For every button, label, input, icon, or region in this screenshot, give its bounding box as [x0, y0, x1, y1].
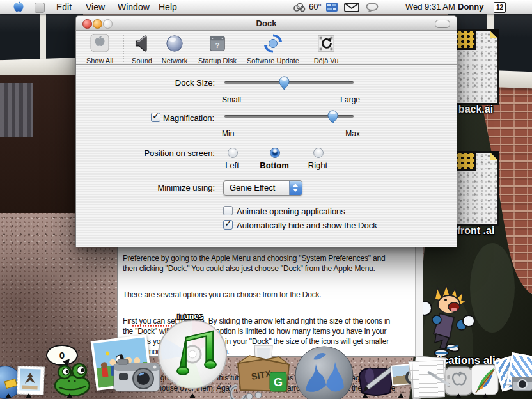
doc-paragraph: Preference by going to the Apple Menu an… [123, 253, 411, 274]
shutter-left [0, 83, 33, 137]
toolbar-item-software-update[interactable]: Software Update [246, 34, 301, 65]
apple-icon [89, 34, 111, 53]
active-app-icon[interactable] [35, 3, 45, 13]
itunes-cd-icon [157, 318, 228, 390]
menu-view[interactable]: View [86, 2, 105, 12]
toolbar-toggle-button[interactable] [435, 20, 450, 28]
eagle-icon [19, 368, 40, 391]
running-indicator [482, 393, 489, 398]
position-label: Position on screen: [82, 148, 215, 158]
toolbar-item-startup-disk[interactable]: ? Startup Disk [195, 34, 240, 65]
toolbar-item-show-all[interactable]: Show All [77, 34, 122, 65]
window-pane-left [0, 14, 83, 60]
dock-size-large-label: Large [332, 95, 360, 104]
svg-text:G: G [274, 376, 283, 389]
slider-thumb[interactable] [327, 110, 338, 127]
slider-tick-min [231, 124, 231, 128]
dock-item-mail-stamp[interactable] [17, 366, 45, 395]
running-indicator [26, 393, 32, 398]
menu-help[interactable]: Help [159, 2, 177, 12]
dock-size-label: Dock Size: [82, 78, 215, 88]
document-scrollbar[interactable] [415, 242, 423, 356]
camera-icon [512, 375, 532, 391]
running-indicator [362, 393, 368, 398]
chat-bubble-icon[interactable] [366, 3, 379, 12]
dock-item-itunes[interactable] [157, 318, 228, 393]
running-indicator [189, 393, 196, 398]
desktop-icon-back-ai[interactable] [455, 29, 499, 105]
chat-badge-count: 0 [59, 350, 65, 361]
menu-user[interactable]: Donny [458, 2, 483, 12]
dock-item-digital-camera[interactable] [113, 357, 161, 396]
dock-preferences-window: Dock Show All Sound [75, 15, 457, 247]
autohide-checkbox[interactable]: ✓ [223, 220, 233, 230]
calendar-day-icon[interactable]: 12 [494, 2, 506, 13]
hard-disk-icon: ? [208, 34, 227, 53]
globe-sphere-icon [165, 34, 184, 53]
radio-left[interactable] [228, 148, 238, 158]
slider-tick-min [231, 90, 231, 94]
radio-label-bottom[interactable]: Bottom [255, 160, 293, 170]
radio-right[interactable] [313, 148, 324, 158]
magnification-label: Magnification: [163, 113, 214, 123]
dock-tooltip: iTunes [177, 311, 203, 321]
loop-arrow-icon [317, 34, 336, 53]
menu-window[interactable]: Window [118, 2, 150, 12]
apple-menu-icon[interactable] [13, 1, 24, 13]
flame-globe-icon [294, 345, 354, 399]
desktop-icon-front-ai[interactable] [455, 151, 499, 226]
dock-item-iphoto[interactable] [497, 353, 532, 396]
checkmark-icon: ✓ [152, 111, 160, 121]
window-title: Dock [76, 19, 457, 28]
animate-label[interactable]: Animate opening applications [237, 207, 345, 216]
page-fold-corner [490, 152, 497, 160]
menu-bar: Edit View Window Help 60° Wed 9:31 AM Do… [0, 0, 532, 14]
dock-item-stuffit-expander[interactable]: SITX G [230, 344, 297, 399]
weather-cloud-icon[interactable] [293, 3, 306, 12]
dock-size-slider[interactable] [223, 75, 355, 91]
running-indicator [398, 393, 404, 398]
zip-badge [455, 29, 476, 50]
running-indicator [66, 393, 73, 398]
magnification-slider[interactable] [223, 109, 355, 125]
stuffit-box-icon: SITX G [230, 344, 297, 399]
menu-edit[interactable]: Edit [56, 2, 72, 12]
menu-clock[interactable]: Wed 9:31 AM [405, 2, 455, 12]
slider-tick-max [350, 90, 350, 94]
calvin-cartoon [416, 284, 480, 363]
magnification-min-label: Min [222, 129, 234, 138]
toolbar-item-deja-vu[interactable]: Déjà Vu [304, 34, 348, 65]
toolbar-divider [76, 64, 457, 65]
minimize-effect-popup[interactable]: Genie Effect [223, 180, 302, 196]
svg-text:?: ? [215, 42, 220, 49]
chevron-up-icon [293, 184, 298, 187]
slider-tick-max [350, 124, 350, 128]
animate-checkbox[interactable] [223, 206, 233, 215]
magnification-checkbox[interactable]: ✓ [151, 113, 160, 122]
slider-thumb[interactable] [279, 76, 290, 93]
toolbar-item-network[interactable]: Network [152, 34, 197, 65]
dock-item-documents[interactable] [409, 356, 454, 399]
dock-size-small-label: Small [222, 95, 241, 104]
feather-icon [471, 363, 499, 396]
dock-item-flame-browser[interactable] [294, 345, 354, 399]
popup-value: Genie Effect [230, 183, 275, 192]
film-grid-icon[interactable] [326, 3, 338, 12]
frog-icon [54, 363, 91, 396]
mail-envelope-icon[interactable] [344, 3, 359, 12]
desktop-screen: back.ai front .ai applications alias Pre… [0, 0, 532, 399]
refresh-arrows-icon [263, 34, 283, 53]
temperature-status[interactable]: 60° [309, 2, 322, 12]
doc-paragraph: There are several options you can choose… [123, 290, 411, 300]
radio-bottom[interactable] [270, 148, 280, 158]
camera-icon [113, 357, 161, 394]
checkmark-icon: ✓ [224, 218, 232, 228]
chevron-down-icon [293, 189, 298, 192]
magnification-max-label: Max [332, 129, 360, 138]
speaker-icon [132, 34, 152, 53]
radio-label-left[interactable]: Left [219, 160, 245, 170]
radio-label-right[interactable]: Right [300, 160, 336, 170]
autohide-label[interactable]: Automatically hide and show the Dock [237, 221, 377, 230]
page-fold-corner [490, 31, 497, 38]
title-bar[interactable]: Dock [76, 16, 457, 31]
